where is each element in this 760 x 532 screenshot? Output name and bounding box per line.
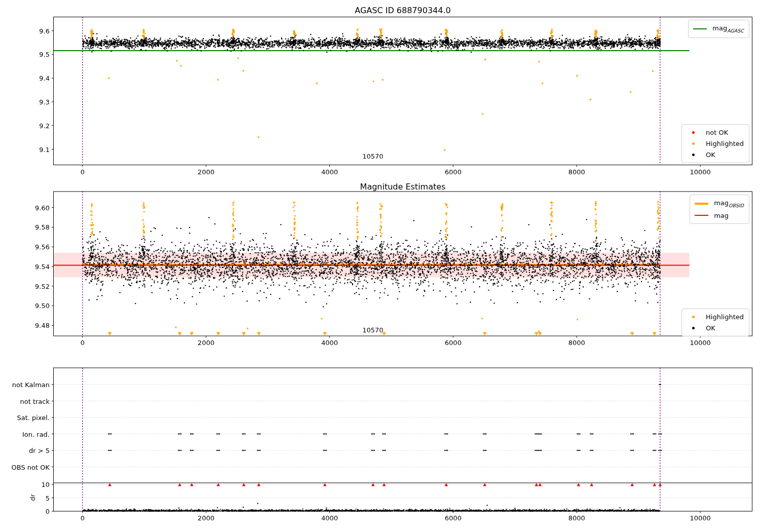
legend-item-highlighted: Highlighted xyxy=(685,313,744,321)
legend-item-mag: mag xyxy=(693,212,744,219)
x-tick-label: 6000 xyxy=(445,514,462,522)
x-tick-label: 4000 xyxy=(321,168,338,175)
highlighted-dot-swatch xyxy=(685,316,701,318)
dr-tick-label: 5 xyxy=(46,494,50,502)
obsid-annotation-plot2: 10570 xyxy=(362,326,383,333)
legend-label: mag xyxy=(714,212,729,219)
y-tick-label: 9.6 xyxy=(39,27,50,34)
flag-category-label: not Kalman xyxy=(12,381,50,389)
legend-plot2-categories: Highlighted OK xyxy=(681,309,749,336)
legend-item-ok: OK xyxy=(685,151,744,159)
highlighted-dot-swatch xyxy=(685,142,701,145)
y-tick-label: 9.54 xyxy=(35,262,50,270)
x-tick-label: 4000 xyxy=(321,514,338,522)
y-tick-label: 9.3 xyxy=(39,98,50,106)
flag-category-label: dr > 5 xyxy=(29,447,50,454)
y-tick-label: 9.60 xyxy=(35,204,50,211)
legend-plot1-categories: not OK Highlighted OK xyxy=(681,124,749,163)
y-tick-label: 9.58 xyxy=(35,223,50,231)
y-tick-label: 9.56 xyxy=(35,243,50,251)
ok-dot-swatch xyxy=(685,154,701,156)
flag-category-label: Sat. pixel. xyxy=(17,414,50,422)
x-tick-label: 8000 xyxy=(568,514,585,522)
x-tick-label: 8000 xyxy=(568,339,585,347)
x-tick-label: 0 xyxy=(81,168,85,175)
legend-label: Highlighted xyxy=(706,313,744,321)
x-tick-label: 2000 xyxy=(198,168,214,175)
legend-label: magOBSID xyxy=(714,199,744,208)
y-tick-label: 9.4 xyxy=(39,74,50,82)
mag-obsid-line-swatch xyxy=(693,203,709,205)
x-tick-label: 10000 xyxy=(690,339,710,347)
x-tick-label: 6000 xyxy=(445,168,462,175)
ok-dot-swatch xyxy=(685,327,701,329)
legend-mag-lines: magOBSID mag xyxy=(690,195,749,224)
x-tick-label: 0 xyxy=(81,339,85,347)
y-tick-label: 9.48 xyxy=(35,322,50,329)
mag-line-swatch xyxy=(693,215,709,216)
dr-axis-label: dr xyxy=(29,494,36,501)
flag-category-label: OBS not OK xyxy=(12,463,50,471)
not-ok-dot-swatch xyxy=(685,131,701,134)
flag-category-label: Ion. rad. xyxy=(22,430,50,438)
legend-item-highlighted: Highlighted xyxy=(685,140,744,147)
x-tick-label: 4000 xyxy=(321,339,338,347)
y-tick-label: 9.50 xyxy=(35,302,50,310)
x-tick-label: 2000 xyxy=(198,514,214,522)
x-tick-label: 6000 xyxy=(445,339,462,347)
legend-item-mag-obsid: magOBSID xyxy=(693,199,744,208)
x-tick-label: 10000 xyxy=(690,168,710,175)
mag-agasc-line-swatch xyxy=(692,28,708,30)
y-tick-label: 9.52 xyxy=(35,282,50,290)
legend-mag-agasc: magAGASC xyxy=(688,20,749,38)
x-tick-label: 2000 xyxy=(198,339,214,347)
dr-tick-label: 10 xyxy=(41,481,50,488)
plot1-title: AGASC ID 688790344.0 xyxy=(355,6,450,15)
legend-label: OK xyxy=(706,324,715,332)
legend-item-ok: OK xyxy=(685,324,744,332)
x-tick-label: 8000 xyxy=(568,168,585,175)
legend-label: OK xyxy=(706,151,715,159)
legend-label: Highlighted xyxy=(706,140,744,147)
legend-item-not-ok: not OK xyxy=(685,129,744,136)
legend-item-mag-agasc: magAGASC xyxy=(692,24,744,33)
plots-canvas xyxy=(0,0,760,532)
obsid-annotation-plot1: 10570 xyxy=(362,152,383,160)
x-tick-label: 10000 xyxy=(690,514,710,522)
y-tick-label: 9.2 xyxy=(39,122,50,129)
figure: AGASC ID 688790344.0 Magnitude Estimates… xyxy=(0,0,760,532)
x-tick-label: 0 xyxy=(81,514,85,522)
flag-category-label: not track xyxy=(20,397,50,405)
legend-label: not OK xyxy=(706,129,728,136)
legend-label: magAGASC xyxy=(712,24,744,33)
y-tick-label: 9.1 xyxy=(39,145,50,153)
plot2-title: Magnitude Estimates xyxy=(360,182,446,192)
dr-tick-label: 0 xyxy=(46,508,50,515)
y-tick-label: 9.5 xyxy=(39,51,50,58)
